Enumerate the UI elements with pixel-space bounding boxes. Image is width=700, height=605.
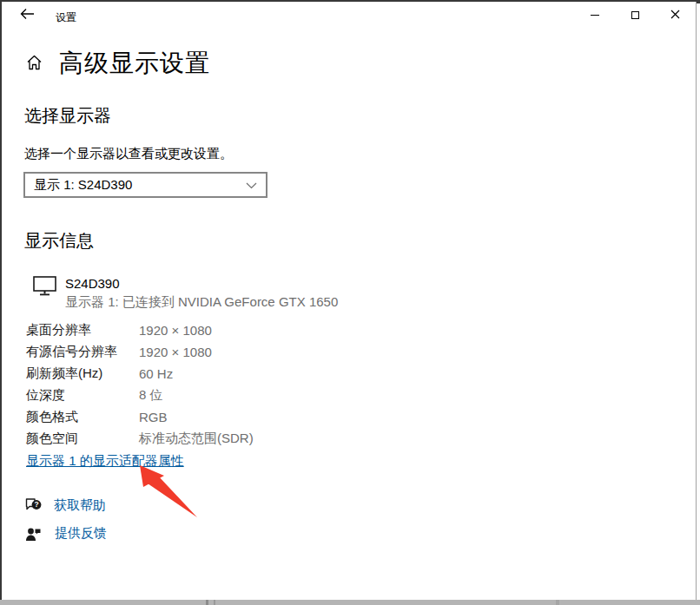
get-help-label: 获取帮助 xyxy=(54,497,106,514)
back-button[interactable] xyxy=(9,3,45,28)
feedback-link[interactable]: 提供反馈 xyxy=(25,525,107,542)
svg-text:?: ? xyxy=(34,500,38,509)
chevron-down-icon xyxy=(246,177,257,193)
window-right-gutter xyxy=(697,2,700,602)
display-properties-table: 桌面分辨率 1920 × 1080 有源信号分辨率 1920 × 1080 刷新… xyxy=(26,319,254,450)
table-row: 颜色格式 RGB xyxy=(26,406,254,428)
settings-window: 设置 高级显示设置 选择显示器 选择一个显示器以查看或更改设置。 xyxy=(0,0,700,600)
taskbar-mark xyxy=(556,600,559,605)
close-icon xyxy=(670,7,680,23)
table-row: 刷新频率(Hz) 60 Hz xyxy=(26,363,254,385)
close-button[interactable] xyxy=(655,2,695,28)
taskbar-mark xyxy=(206,600,208,605)
prop-label: 有源信号分辨率 xyxy=(26,344,139,360)
page-title: 高级显示设置 xyxy=(59,47,210,80)
table-row: 位深度 8 位 xyxy=(26,385,254,406)
prop-value: 1920 × 1080 xyxy=(139,323,212,338)
maximize-button[interactable] xyxy=(615,2,655,28)
table-row: 桌面分辨率 1920 × 1080 xyxy=(26,319,254,341)
monitor-name: S24D390 xyxy=(65,276,120,291)
arrow-left-icon xyxy=(20,8,35,23)
monitor-status: 显示器 1: 已连接到 NVIDIA GeForce GTX 1650 xyxy=(65,294,338,311)
annotation-arrow xyxy=(132,460,210,529)
taskbar-strip xyxy=(0,600,700,605)
select-display-heading: 选择显示器 xyxy=(24,104,111,128)
dropdown-selected-value: 显示 1: S24D390 xyxy=(34,177,246,194)
table-row: 有源信号分辨率 1920 × 1080 xyxy=(26,341,254,363)
minimize-button[interactable] xyxy=(575,2,615,28)
get-help-link[interactable]: ? 获取帮助 xyxy=(24,497,106,514)
monitor-icon xyxy=(33,276,57,299)
prop-label: 颜色格式 xyxy=(26,409,139,425)
home-icon xyxy=(26,55,43,74)
feedback-label: 提供反馈 xyxy=(55,525,107,542)
display-selector-dropdown[interactable]: 显示 1: S24D390 xyxy=(23,172,267,198)
table-row: 颜色空间 标准动态范围(SDR) xyxy=(26,428,254,450)
prop-value: 标准动态范围(SDR) xyxy=(139,431,254,447)
adapter-properties-link[interactable]: 显示器 1 的显示适配器属性 xyxy=(26,453,184,470)
maximize-icon xyxy=(631,11,639,19)
window-title: 设置 xyxy=(56,10,76,25)
display-info-heading: 显示信息 xyxy=(24,229,94,253)
prop-label: 桌面分辨率 xyxy=(26,322,139,339)
prop-label: 颜色空间 xyxy=(26,431,139,447)
prop-value: RGB xyxy=(139,410,168,424)
taskbar-mark xyxy=(214,600,215,605)
prop-label: 刷新频率(Hz) xyxy=(26,365,139,382)
select-display-description: 选择一个显示器以查看或更改设置。 xyxy=(24,146,233,162)
titlebar: 设置 xyxy=(2,2,700,30)
prop-value: 60 Hz xyxy=(139,366,173,381)
prop-value: 1920 × 1080 xyxy=(139,345,212,359)
prop-label: 位深度 xyxy=(26,387,139,404)
minimize-icon xyxy=(591,15,599,16)
help-bubble-icon: ? xyxy=(24,497,54,514)
feedback-person-icon xyxy=(25,526,55,542)
prop-value: 8 位 xyxy=(139,387,163,404)
